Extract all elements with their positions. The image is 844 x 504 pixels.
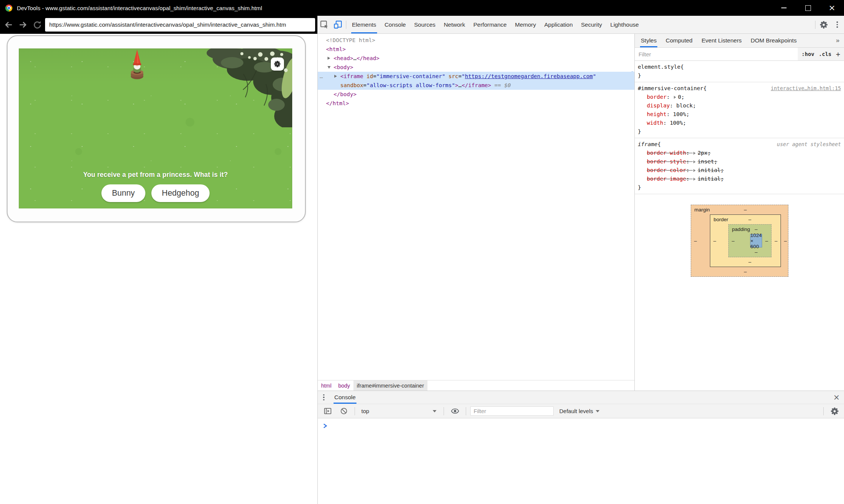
dom-tree-line[interactable]: …<iframe id="immersive-container" src="h… xyxy=(318,72,634,81)
devtools-tab-elements[interactable]: Elements xyxy=(348,16,380,33)
css-property-name[interactable]: height xyxy=(647,111,666,117)
device-toolbar-toggle[interactable] xyxy=(331,18,344,31)
maximize-button[interactable] xyxy=(796,0,820,16)
devtools-tab-performance[interactable]: Performance xyxy=(469,16,511,33)
close-drawer-button[interactable]: × xyxy=(829,391,844,404)
reload-button[interactable] xyxy=(31,18,44,31)
log-levels-dropdown[interactable]: Default levels xyxy=(559,408,599,414)
choice-button-bunny[interactable]: Bunny xyxy=(101,184,145,202)
browser-window: DevTools - www.gstatic.com/assistant/int… xyxy=(0,0,844,504)
inspect-element-button[interactable] xyxy=(317,18,331,31)
css-property-name[interactable]: border-width xyxy=(647,150,686,156)
toggle-hover-state[interactable]: :hov xyxy=(802,51,814,57)
css-property-value[interactable]: 0 xyxy=(678,94,681,100)
css-selector[interactable]: element.style xyxy=(638,63,681,71)
url-input[interactable]: https://www.gstatic.com/assistant/intera… xyxy=(45,18,315,32)
css-source-link[interactable]: interactive…him.html:15 xyxy=(771,84,841,93)
devtools-tab-application[interactable]: Application xyxy=(540,16,577,33)
dom-tree-line[interactable]: <body> xyxy=(318,63,634,72)
expand-shorthand-icon[interactable] xyxy=(693,178,696,181)
expand-shorthand-icon[interactable] xyxy=(693,152,696,155)
close-window-button[interactable]: × xyxy=(820,0,844,16)
css-property-value[interactable]: initial xyxy=(698,167,720,173)
console-sidebar-toggle[interactable] xyxy=(321,405,334,418)
css-property-value[interactable]: 2px xyxy=(698,150,707,156)
devtools-tab-memory[interactable]: Memory xyxy=(511,16,540,33)
new-style-rule-button[interactable]: + xyxy=(836,50,840,58)
border-left-value: – xyxy=(710,238,719,244)
css-property[interactable]: border-width: 2px; xyxy=(638,149,841,157)
styles-filter-input[interactable]: Filter xyxy=(635,48,798,60)
console-output[interactable] xyxy=(318,418,844,429)
dom-tree-line[interactable]: </html> xyxy=(318,99,634,108)
styles-tab-computed[interactable]: Computed xyxy=(661,34,697,47)
node-menu-dots[interactable]: … xyxy=(320,72,323,81)
styles-tab-event-listeners[interactable]: Event Listeners xyxy=(697,34,746,47)
more-tabs-icon[interactable]: » xyxy=(836,34,839,47)
css-property-value[interactable]: 100% xyxy=(673,111,686,117)
inspect-cursor-icon xyxy=(320,20,329,29)
box-model-padding: padding – – 1024 × 600 – – xyxy=(728,224,772,257)
minimize-button[interactable] xyxy=(772,0,796,16)
css-property-value[interactable]: block xyxy=(676,103,693,109)
game-settings-button[interactable] xyxy=(271,57,284,71)
devtools-menu-button[interactable] xyxy=(830,18,844,31)
css-selector[interactable]: iframe xyxy=(638,140,657,149)
css-property-value[interactable]: initial xyxy=(698,176,720,182)
expand-arrow-icon[interactable] xyxy=(334,75,337,78)
expand-arrow-icon[interactable] xyxy=(328,57,330,60)
css-property-name[interactable]: border-style xyxy=(647,158,686,164)
css-source-link[interactable]: user agent stylesheet xyxy=(777,140,841,149)
css-property[interactable]: display: block; xyxy=(638,101,841,110)
back-button[interactable] xyxy=(2,18,15,31)
console-sidebar-icon xyxy=(323,407,332,415)
drawer-menu-button[interactable] xyxy=(318,391,330,404)
devtools-settings-button[interactable] xyxy=(817,18,830,31)
css-property[interactable]: border-image: initial; xyxy=(638,175,841,183)
dom-tree-line[interactable]: <head>…</head> xyxy=(318,54,634,63)
devtools-tab-network[interactable]: Network xyxy=(439,16,469,33)
css-property[interactable]: border-color: initial; xyxy=(638,166,841,175)
expand-shorthand-icon[interactable] xyxy=(693,160,696,163)
collapse-arrow-icon[interactable] xyxy=(328,66,331,69)
box-model-section: margin – – border – – padding – – 1024 ×… xyxy=(635,194,844,287)
console-settings-button[interactable] xyxy=(828,405,841,418)
console-filter-input[interactable]: Filter xyxy=(470,406,554,416)
live-expression-button[interactable] xyxy=(448,405,462,418)
css-property[interactable]: width: 100%; xyxy=(638,119,841,127)
expand-shorthand-icon[interactable] xyxy=(674,96,676,99)
css-property-name[interactable]: border-image xyxy=(647,176,686,182)
css-property[interactable]: border-style: inset; xyxy=(638,157,841,166)
dom-tree-line[interactable]: <html> xyxy=(318,45,634,54)
breadcrumb-html[interactable]: html xyxy=(318,380,335,391)
toggle-classes[interactable]: .cls xyxy=(819,51,832,57)
dom-tree-line[interactable]: sandbox="allow-scripts allow-forms">…</i… xyxy=(318,81,634,90)
css-property-name[interactable]: width xyxy=(647,120,663,126)
css-property-value[interactable]: 100% xyxy=(670,120,683,126)
devtools-tab-sources[interactable]: Sources xyxy=(410,16,440,33)
clear-console-button[interactable] xyxy=(337,405,350,418)
dom-tree-line[interactable]: <!DOCTYPE html> xyxy=(318,36,634,45)
device-toolbar-icon xyxy=(333,20,343,29)
gear-icon xyxy=(274,61,281,67)
styles-tab-styles[interactable]: Styles xyxy=(636,34,661,47)
css-selector[interactable]: #immersive-container xyxy=(638,84,704,93)
css-property-name[interactable]: border xyxy=(647,94,666,100)
devtools-tab-security[interactable]: Security xyxy=(577,16,606,33)
console-drawer-tab[interactable]: Console xyxy=(330,391,360,404)
breadcrumb-body[interactable]: body xyxy=(335,380,353,391)
css-property[interactable]: height: 100%; xyxy=(638,110,841,119)
breadcrumb-iframe-immersive-container[interactable]: iframe#immersive-container xyxy=(353,380,427,391)
devtools-tab-console[interactable]: Console xyxy=(380,16,410,33)
execution-context-selector[interactable]: top xyxy=(359,408,439,414)
css-property-name[interactable]: display xyxy=(647,103,670,109)
styles-tab-dom-breakpoints[interactable]: DOM Breakpoints xyxy=(746,34,801,47)
css-property[interactable]: border: 0; xyxy=(638,93,841,101)
css-property-value[interactable]: inset xyxy=(698,158,714,164)
devtools-tab-lighthouse[interactable]: Lighthouse xyxy=(606,16,643,33)
expand-shorthand-icon[interactable] xyxy=(693,169,696,172)
dom-tree-line[interactable]: </body> xyxy=(318,90,634,99)
css-property-name[interactable]: border-color xyxy=(647,167,686,173)
forward-button[interactable] xyxy=(17,18,29,31)
choice-button-hedgehog[interactable]: Hedgehog xyxy=(151,184,210,202)
